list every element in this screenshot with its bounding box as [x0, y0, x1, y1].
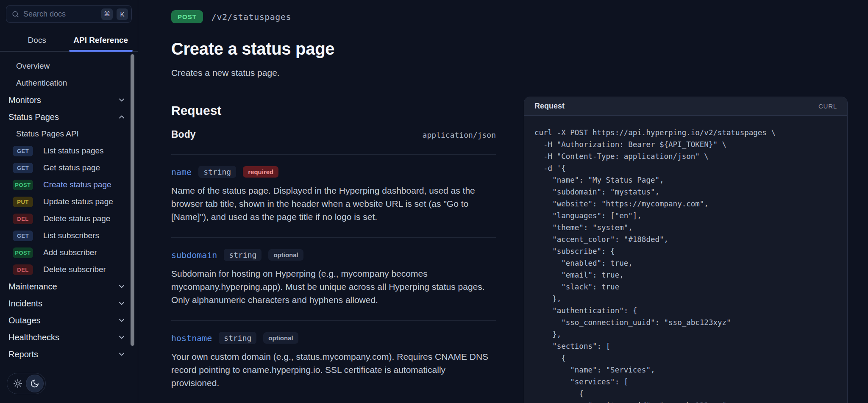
sidebar-group-status-pages[interactable]: Status Pages [7, 108, 131, 125]
chevron-up-icon [117, 113, 126, 121]
sidebar-tabs: Docs API Reference [0, 31, 138, 52]
param-header: name string required [171, 166, 496, 178]
param-optional-badge: optional [268, 249, 303, 261]
content-type-label: application/json [423, 131, 496, 139]
param-required-badge: required [243, 166, 278, 178]
sidebar-item-label: Create status page [43, 180, 111, 189]
param-name-label: name [171, 167, 192, 177]
search-input[interactable] [23, 10, 97, 19]
sidebar-item-label: Delete status page [43, 214, 110, 223]
sidebar-item-list-subscribers[interactable]: GET List subscribers [7, 227, 131, 244]
sidebar-item-authentication[interactable]: Authentication [7, 75, 131, 92]
sidebar-item-overview[interactable]: Overview [7, 58, 131, 75]
sidebar-group-label: Status Pages [8, 112, 59, 122]
sidebar-group-reports[interactable]: Reports [7, 346, 131, 363]
moon-icon [30, 379, 39, 388]
code-language-selector[interactable]: CURL [818, 103, 837, 110]
sun-icon [13, 379, 22, 388]
param-hostname: hostname string optional Your own custom… [171, 332, 496, 389]
tab-docs[interactable]: Docs [5, 31, 69, 51]
sidebar-item-label: Update status page [43, 197, 113, 206]
main-content: POST /v2/statuspages Create a status pag… [171, 0, 496, 403]
sidebar-item-get-status-page[interactable]: GET Get status page [7, 159, 131, 176]
sidebar-group-outages[interactable]: Outages [7, 312, 131, 329]
param-type-badge: string [219, 332, 256, 344]
divider [171, 320, 496, 321]
sidebar-group-healthchecks[interactable]: Healthchecks [7, 329, 131, 346]
sidebar-item-delete-status-page[interactable]: DEL Delete status page [7, 210, 131, 227]
post-method-badge: POST [171, 10, 203, 23]
sidebar: ⌘ K Docs API Reference Overview Authenti… [0, 0, 138, 403]
sidebar-scrollbar[interactable] [131, 54, 134, 346]
body-section-header: Body application/json [171, 129, 496, 140]
page-title: Create a status page [171, 39, 496, 58]
sidebar-nav: Overview Authentication Monitors Status … [0, 52, 138, 363]
request-heading: Request [171, 103, 496, 118]
theme-toggle[interactable] [7, 373, 46, 394]
endpoint-path: /v2/statuspages [211, 12, 291, 22]
param-type-badge: string [224, 249, 262, 261]
param-optional-badge: optional [263, 332, 298, 344]
sidebar-item-update-status-page[interactable]: PUT Update status page [7, 193, 131, 210]
param-type-badge: string [198, 166, 236, 178]
method-badge-post: POST [13, 180, 33, 190]
sidebar-group-label: Reports [8, 350, 38, 359]
sidebar-item-create-status-page[interactable]: POST Create status page [7, 176, 131, 193]
search-box[interactable]: ⌘ K [6, 5, 132, 23]
body-heading: Body [171, 129, 196, 140]
sidebar-item-delete-subscriber[interactable]: DEL Delete subscriber [7, 261, 131, 278]
method-badge-get: GET [13, 231, 33, 241]
param-name-label: hostname [171, 333, 212, 343]
page-subtitle: Creates a new status page. [171, 68, 496, 78]
endpoint-header: POST /v2/statuspages [171, 10, 496, 23]
sidebar-group-label: Maintenance [8, 282, 57, 292]
sidebar-item-label: List subscribers [43, 231, 99, 240]
sidebar-group-label: Monitors [8, 95, 41, 105]
param-subdomain: subdomain string optional Subdomain for … [171, 249, 496, 306]
param-description: Subdomain for hosting on Hyperping (e.g.… [171, 267, 496, 306]
param-header: subdomain string optional [171, 249, 496, 261]
sidebar-group-incidents[interactable]: Incidents [7, 295, 131, 312]
sidebar-item-add-subscriber[interactable]: POST Add subscriber [7, 244, 131, 261]
method-badge-post: POST [13, 247, 33, 258]
code-example-panel: Request CURL curl -X POST https://api.hy… [524, 97, 848, 403]
search-icon [11, 10, 19, 18]
sidebar-group-label: Incidents [8, 299, 42, 309]
chevron-down-icon [117, 96, 126, 104]
param-description: Name of the status page. Displayed in th… [171, 184, 496, 223]
k-key: K [117, 8, 128, 20]
method-badge-get: GET [13, 163, 33, 173]
sidebar-group-maintenance[interactable]: Maintenance [7, 278, 131, 295]
dark-mode-button[interactable] [26, 375, 43, 392]
method-badge-del: DEL [13, 264, 33, 275]
cmd-key: ⌘ [101, 8, 113, 20]
tab-api-reference[interactable]: API Reference [69, 31, 133, 51]
chevron-down-icon [117, 282, 126, 291]
chevron-down-icon [117, 333, 126, 342]
chevron-down-icon [117, 350, 126, 359]
sidebar-group-label: Healthchecks [8, 333, 59, 342]
sidebar-item-list-status-pages[interactable]: GET List status pages [7, 142, 131, 159]
method-badge-del: DEL [13, 214, 33, 224]
chevron-down-icon [117, 316, 126, 325]
code-panel-header: Request CURL [524, 97, 847, 116]
light-mode-button[interactable] [9, 375, 26, 392]
sidebar-item-status-pages-api[interactable]: Status Pages API [7, 125, 131, 142]
param-name-label: subdomain [171, 250, 217, 260]
sidebar-group-label: Outages [8, 316, 41, 325]
sidebar-item-label: List status pages [43, 146, 104, 156]
sidebar-group-monitors[interactable]: Monitors [7, 92, 131, 108]
method-badge-put: PUT [13, 197, 33, 207]
sidebar-item-label: Delete subscriber [43, 265, 106, 274]
param-description: Your own custom domain (e.g., status.myc… [171, 350, 496, 389]
curl-code-block[interactable]: curl -X POST https://api.hyperping.io/v2… [524, 116, 847, 403]
sidebar-item-label: Get status page [43, 163, 100, 172]
param-header: hostname string optional [171, 332, 496, 344]
method-badge-get: GET [13, 146, 33, 156]
sidebar-item-label: Add subscriber [43, 248, 97, 257]
divider [171, 237, 496, 238]
code-panel-title: Request [534, 102, 565, 111]
param-name: name string required Name of the status … [171, 166, 496, 223]
divider [171, 154, 496, 155]
chevron-down-icon [117, 299, 126, 308]
